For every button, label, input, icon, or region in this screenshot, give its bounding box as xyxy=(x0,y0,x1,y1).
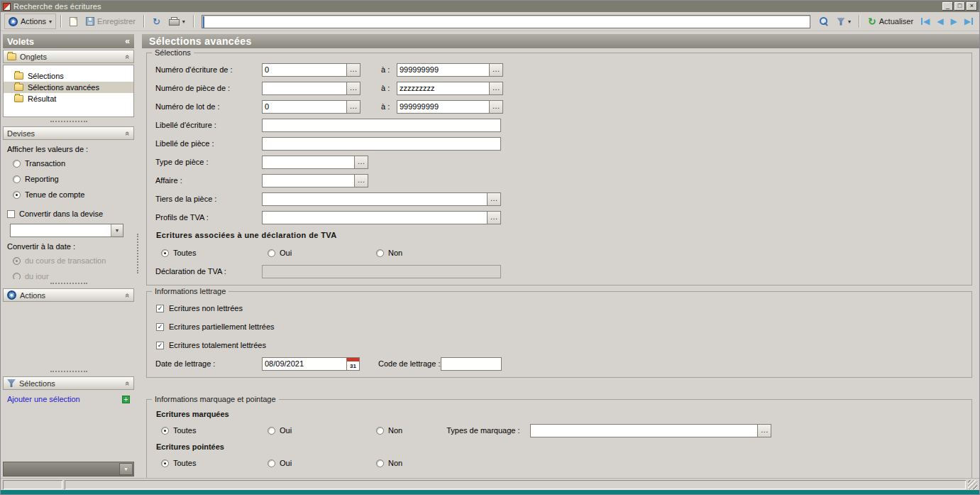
radio-icon xyxy=(13,273,21,280)
resize-grip[interactable] xyxy=(968,480,977,489)
radio-oui[interactable]: Oui xyxy=(268,426,376,435)
type-piece-input[interactable] xyxy=(262,156,355,169)
add-selection-link[interactable]: Ajouter une sélection xyxy=(7,395,80,403)
radio-icon[interactable] xyxy=(161,427,169,435)
numero-lot-to-input[interactable] xyxy=(397,100,490,114)
add-plus-icon[interactable]: + xyxy=(122,396,130,403)
checkbox-icon[interactable]: ✓ xyxy=(156,342,164,349)
radio-tenue-de-compte[interactable]: Tenue de compte xyxy=(5,187,134,202)
types-marquage-input[interactable] xyxy=(530,424,758,437)
checkbox-non-lettrees[interactable]: ✓ Ecritures non lettrées xyxy=(147,299,971,317)
radio-reporting[interactable]: Reporting xyxy=(5,171,134,187)
nav-last-button[interactable]: ▶ xyxy=(962,16,976,27)
radio-icon[interactable] xyxy=(13,175,21,183)
radio-icon[interactable] xyxy=(161,249,169,257)
splitter-handle[interactable] xyxy=(137,234,138,273)
radio-non[interactable]: Non xyxy=(376,249,402,257)
tree-item-selections-avancees[interactable]: Sélections avancées xyxy=(4,82,133,93)
checkbox-totalement-lettrees[interactable]: ✓ Ecritures totalement lettrées xyxy=(147,336,971,354)
section-header-devises[interactable]: Devises « xyxy=(3,126,134,140)
radio-toutes[interactable]: Toutes xyxy=(161,249,268,257)
numero-lot-from-input[interactable] xyxy=(262,100,347,114)
search-button[interactable] xyxy=(815,13,832,29)
collapse-sidebar-icon[interactable]: « xyxy=(125,36,130,46)
chevron-up-icon[interactable]: « xyxy=(123,54,132,58)
calendar-icon[interactable]: 31 xyxy=(347,357,360,371)
browse-button[interactable]: … xyxy=(490,63,503,77)
section-header-actions[interactable]: Actions « xyxy=(3,288,134,302)
checkbox-icon[interactable]: ✓ xyxy=(156,305,164,312)
browse-button[interactable]: … xyxy=(355,174,368,187)
actualiser-button[interactable]: ↻ Actualiser xyxy=(864,13,917,29)
code-lettrage-input[interactable] xyxy=(441,357,502,371)
numero-ecriture-from-input[interactable] xyxy=(262,63,347,77)
browse-button[interactable]: … xyxy=(488,192,501,206)
numero-piece-from-input[interactable] xyxy=(262,82,347,95)
affaire-input[interactable] xyxy=(262,174,355,187)
close-button[interactable]: × xyxy=(967,2,977,11)
numero-piece-to-input[interactable] xyxy=(397,82,490,95)
nav-first-button[interactable]: ◀ xyxy=(918,16,932,27)
actions-menu-button[interactable]: Actions ▾ xyxy=(4,13,56,29)
radio-icon[interactable] xyxy=(13,160,21,168)
radio-icon[interactable] xyxy=(268,249,275,257)
sidebar-bottom-bar[interactable]: ▼ xyxy=(3,462,134,477)
body: Volets « Onglets « Sélections Sélections… xyxy=(1,31,979,478)
save-button[interactable]: Enregistrer xyxy=(82,13,139,29)
browse-button[interactable]: … xyxy=(347,63,360,77)
tree-item-resultat[interactable]: Résultat xyxy=(4,93,133,104)
radio-icon[interactable] xyxy=(376,427,384,435)
radio-icon[interactable] xyxy=(13,191,21,199)
section-header-onglets[interactable]: Onglets « xyxy=(3,50,134,63)
checkbox-partiellement-lettrees[interactable]: ✓ Ecritures partiellement lettrées xyxy=(147,317,971,336)
date-lettrage-input[interactable] xyxy=(262,357,347,371)
refresh-button[interactable]: ↻ xyxy=(149,13,164,29)
libelle-ecriture-input[interactable] xyxy=(262,119,501,132)
section-header-selections[interactable]: Sélections « xyxy=(3,376,134,390)
radio-icon[interactable] xyxy=(268,459,275,467)
filter-button[interactable]: ▾ xyxy=(833,13,854,29)
browse-button[interactable]: … xyxy=(355,156,368,169)
nav-previous-button[interactable]: ◀ xyxy=(934,16,946,27)
radio-non[interactable]: Non xyxy=(376,459,402,467)
new-document-button[interactable] xyxy=(66,13,81,29)
checkbox-icon[interactable] xyxy=(7,210,15,218)
checkbox-convertir-devise[interactable]: Convertir dans la devise xyxy=(5,209,134,219)
libelle-piece-input[interactable] xyxy=(262,137,501,151)
radio-icon[interactable] xyxy=(376,459,384,467)
radio-icon[interactable] xyxy=(376,249,384,257)
radio-transaction[interactable]: Transaction xyxy=(5,156,134,171)
maximize-button[interactable]: □ xyxy=(954,2,965,11)
dropdown-arrow-icon[interactable]: ▼ xyxy=(119,463,133,475)
devise-dropdown[interactable]: ▼ xyxy=(10,224,123,237)
radio-cours-transaction[interactable]: du cours de transaction xyxy=(5,253,134,268)
radio-icon[interactable] xyxy=(268,427,275,435)
profils-tva-input[interactable] xyxy=(262,211,488,224)
browse-button[interactable]: … xyxy=(490,82,503,95)
chevron-up-icon[interactable]: « xyxy=(123,293,132,297)
quick-search-input[interactable] xyxy=(202,15,810,28)
print-button[interactable]: ▾ xyxy=(165,13,189,29)
group-informations-lettrage: Informations lettrage ✓ Ecritures non le… xyxy=(146,291,972,378)
dropdown-arrow-icon[interactable]: ▼ xyxy=(111,224,123,236)
browse-button[interactable]: … xyxy=(488,211,501,224)
tiers-piece-input[interactable] xyxy=(262,192,488,206)
browse-button[interactable]: … xyxy=(490,100,503,114)
checkbox-icon[interactable]: ✓ xyxy=(156,323,164,331)
browse-button[interactable]: … xyxy=(347,100,360,114)
radio-non[interactable]: Non xyxy=(376,426,402,435)
browse-button[interactable]: … xyxy=(758,424,771,437)
chevron-up-icon[interactable]: « xyxy=(123,381,132,385)
tree-item-selections[interactable]: Sélections xyxy=(4,70,133,82)
minimize-button[interactable]: _ xyxy=(942,2,953,11)
radio-toutes[interactable]: Toutes xyxy=(161,459,268,467)
browse-button[interactable]: … xyxy=(347,82,360,95)
radio-oui[interactable]: Oui xyxy=(268,249,376,257)
radio-du-jour[interactable]: du jour xyxy=(5,268,134,279)
numero-ecriture-to-input[interactable] xyxy=(397,63,490,77)
radio-icon[interactable] xyxy=(161,459,169,467)
nav-next-button[interactable]: ▶ xyxy=(948,16,960,27)
radio-oui[interactable]: Oui xyxy=(268,459,376,467)
chevron-up-icon[interactable]: « xyxy=(123,131,132,135)
radio-toutes[interactable]: Toutes xyxy=(161,426,268,435)
